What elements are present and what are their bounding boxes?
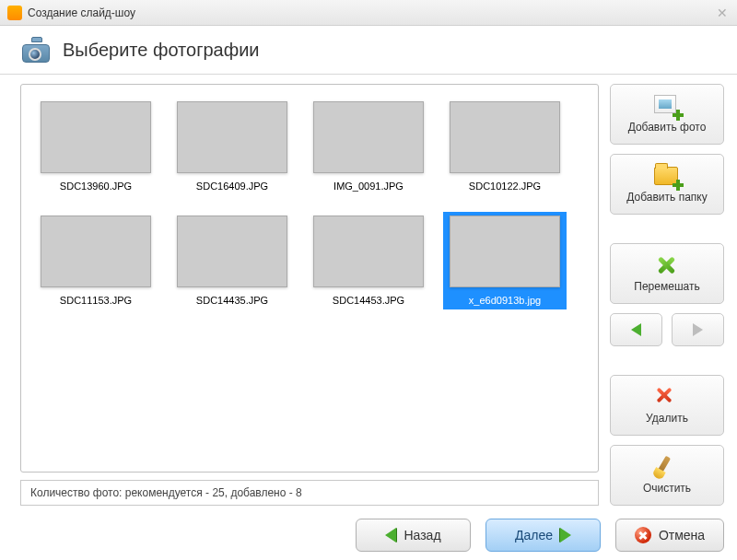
photo-thumb[interactable]: SDC13960.JPG bbox=[34, 98, 158, 195]
page-title: Выберите фотографии bbox=[63, 40, 260, 61]
cancel-icon bbox=[635, 527, 651, 543]
thumb-filename: SDC14435.JPG bbox=[172, 295, 292, 306]
photo-thumb[interactable]: SDC10122.JPG bbox=[443, 98, 567, 195]
next-button[interactable]: Далее bbox=[485, 519, 601, 552]
delete-label: Удалить bbox=[646, 412, 688, 425]
titlebar: Создание слайд-шоу ✕ bbox=[0, 0, 737, 26]
cancel-label: Отмена bbox=[659, 528, 705, 542]
window-title: Создание слайд-шоу bbox=[28, 6, 135, 19]
move-left-button[interactable] bbox=[610, 313, 662, 346]
photo-thumb[interactable]: x_e6d0913b.jpg bbox=[443, 212, 567, 309]
thumb-image bbox=[41, 216, 151, 287]
status-bar: Количество фото: рекомендуется - 25, доб… bbox=[20, 480, 599, 506]
thumb-image bbox=[177, 101, 287, 173]
add-photo-button[interactable]: Добавить фото bbox=[610, 84, 724, 145]
shuffle-label: Перемешать bbox=[634, 280, 699, 293]
clear-label: Очистить bbox=[643, 482, 691, 495]
move-right-button[interactable] bbox=[672, 313, 724, 346]
folder-plus-icon bbox=[654, 165, 680, 187]
thumb-image bbox=[313, 101, 424, 173]
thumb-filename: SDC16409.JPG bbox=[172, 181, 292, 192]
delete-x-icon bbox=[654, 386, 680, 408]
shuffle-button[interactable]: Перемешать bbox=[610, 243, 724, 304]
add-photo-label: Добавить фото bbox=[628, 121, 707, 134]
arrow-left-icon bbox=[631, 323, 641, 336]
thumb-filename: SDC13960.JPG bbox=[36, 181, 156, 192]
thumb-image bbox=[450, 216, 560, 287]
photo-thumb[interactable]: SDC11153.JPG bbox=[34, 212, 158, 309]
back-label: Назад bbox=[404, 528, 440, 542]
cancel-button[interactable]: Отмена bbox=[615, 519, 724, 552]
thumb-image bbox=[41, 101, 151, 173]
shuffle-icon bbox=[654, 254, 680, 276]
photo-thumb[interactable]: SDC14453.JPG bbox=[307, 212, 430, 309]
thumb-image bbox=[450, 101, 560, 173]
arrow-right-icon bbox=[560, 528, 571, 542]
thumb-image bbox=[177, 216, 287, 287]
thumb-filename: IMG_0091.JPG bbox=[309, 181, 428, 192]
camera-icon bbox=[22, 37, 52, 63]
sidebar: Добавить фото Добавить папку Перемешать … bbox=[602, 75, 737, 509]
brush-icon bbox=[654, 456, 680, 478]
thumb-filename: SDC10122.JPG bbox=[445, 181, 565, 192]
photo-thumb[interactable]: IMG_0091.JPG bbox=[307, 98, 430, 195]
thumb-filename: x_e6d0913b.jpg bbox=[445, 295, 565, 306]
delete-button[interactable]: Удалить bbox=[610, 375, 724, 436]
app-icon bbox=[7, 6, 22, 20]
arrow-left-icon bbox=[385, 528, 396, 542]
thumb-filename: SDC14453.JPG bbox=[309, 295, 428, 306]
back-button[interactable]: Назад bbox=[356, 519, 471, 552]
add-folder-label: Добавить папку bbox=[626, 191, 707, 204]
add-folder-button[interactable]: Добавить папку bbox=[610, 154, 724, 215]
close-icon[interactable]: ✕ bbox=[717, 6, 728, 20]
photo-plus-icon bbox=[654, 95, 680, 117]
arrow-right-icon bbox=[693, 323, 703, 336]
photo-thumb[interactable]: SDC14435.JPG bbox=[170, 212, 294, 309]
page-header: Выберите фотографии bbox=[0, 26, 737, 75]
thumb-filename: SDC11153.JPG bbox=[36, 295, 156, 306]
footer: Назад Далее Отмена bbox=[0, 509, 737, 552]
clear-button[interactable]: Очистить bbox=[610, 445, 724, 506]
photo-gallery[interactable]: SDC13960.JPGSDC16409.JPGIMG_0091.JPGSDC1… bbox=[20, 84, 599, 472]
thumb-image bbox=[313, 216, 424, 287]
next-label: Далее bbox=[515, 528, 553, 542]
photo-thumb[interactable]: SDC16409.JPG bbox=[170, 98, 294, 195]
